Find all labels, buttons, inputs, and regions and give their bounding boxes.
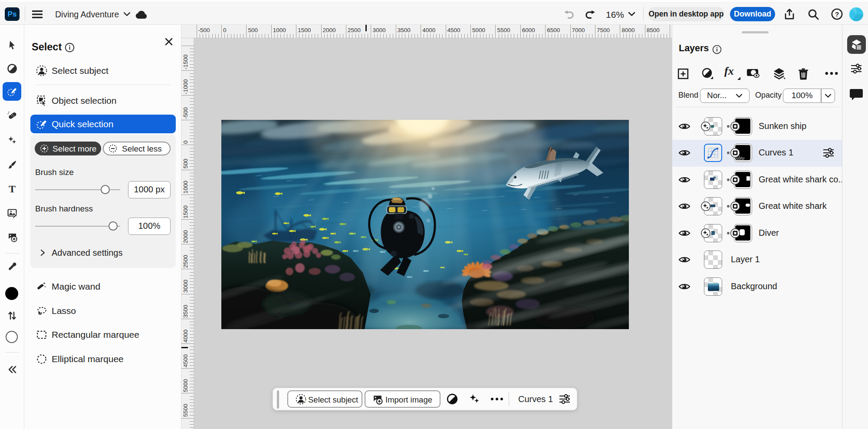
svg-text:T: T bbox=[9, 184, 16, 194]
svg-text:?: ? bbox=[835, 10, 839, 18]
